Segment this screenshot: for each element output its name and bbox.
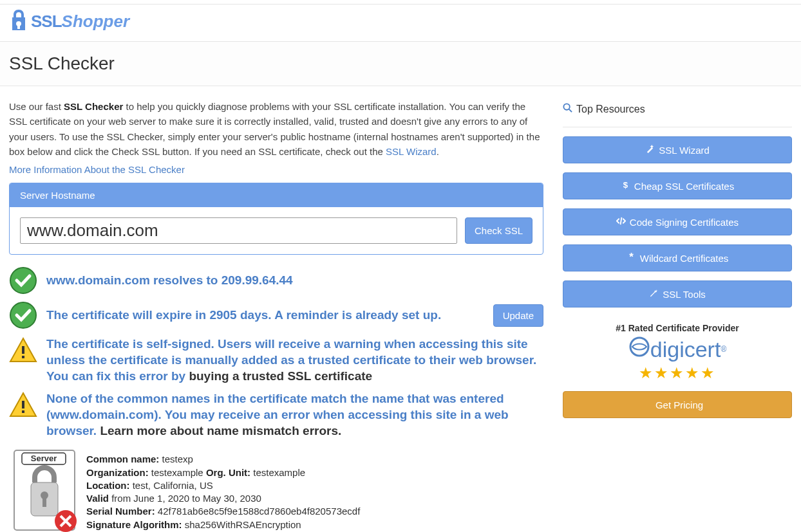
lock-icon	[9, 8, 28, 35]
result-resolves: www.domain.com resolves to 209.99.64.44	[46, 272, 543, 288]
svg-rect-3	[22, 356, 24, 358]
svg-rect-11	[42, 498, 46, 507]
server-cert-icon: Server	[9, 445, 80, 532]
asterisk-icon: *	[627, 252, 636, 264]
hostname-panel: Server Hostname Check SSL	[9, 183, 543, 255]
more-info-link[interactable]: More Information About the SSL Checker	[9, 164, 543, 175]
star-rating: ★★★★★	[563, 364, 792, 382]
titlebar: SSL Checker	[0, 42, 801, 86]
svg-point-0	[10, 268, 36, 293]
check-icon	[9, 301, 37, 329]
check-ssl-button[interactable]: Check SSL	[465, 217, 532, 244]
globe-icon	[628, 336, 650, 363]
svg-rect-5	[22, 410, 24, 413]
wand-icon	[645, 144, 655, 156]
sidebar: Top Resources SSL Wizard $ Cheap SSL Cer…	[563, 99, 792, 532]
update-button[interactable]: Update	[493, 304, 543, 327]
svg-line-14	[569, 109, 572, 112]
check-icon	[9, 266, 37, 295]
search-icon	[563, 103, 572, 115]
code-icon	[616, 216, 626, 228]
result-selfsigned: The certificate is self-signed. Users wi…	[46, 336, 543, 384]
side-btn-cheap-ssl[interactable]: $ Cheap SSL Certificates	[563, 172, 792, 199]
panel-title: Server Hostname	[10, 183, 543, 207]
result-mismatch: None of the common names in the certific…	[46, 390, 543, 439]
svg-text:$: $	[623, 180, 628, 190]
svg-text:*: *	[629, 252, 634, 262]
topbar	[0, 0, 801, 5]
intro-text: Use our fast SSL Checker to help you qui…	[9, 99, 543, 159]
digicert-logo[interactable]: digicert®	[628, 336, 726, 363]
side-btn-ssl-wizard[interactable]: SSL Wizard	[563, 136, 792, 163]
wrench-icon	[649, 288, 659, 300]
logo-link[interactable]: SSLShopper	[9, 8, 792, 35]
logo-text: SSLShopper	[31, 12, 129, 32]
get-pricing-button[interactable]: $ Get Pricing	[563, 391, 792, 418]
svg-point-13	[563, 104, 569, 109]
side-btn-ssl-tools[interactable]: SSL Tools	[563, 280, 792, 307]
svg-rect-2	[22, 346, 24, 354]
ssl-wizard-link[interactable]: SSL Wizard	[386, 146, 437, 157]
provider-block: #1 Rated Certificate Provider digicert® …	[563, 323, 792, 418]
certificate-details: Common name: testexp Organization: teste…	[86, 445, 360, 532]
side-header: Top Resources	[563, 99, 792, 127]
side-btn-wildcard[interactable]: * Wildcard Certificates	[563, 244, 792, 271]
hostname-input[interactable]	[20, 217, 457, 244]
side-btn-code-signing[interactable]: Code Signing Certificates	[563, 208, 792, 235]
results: www.domain.com resolves to 209.99.64.44 …	[9, 266, 543, 532]
warning-icon	[9, 336, 37, 364]
main-column: Use our fast SSL Checker to help you qui…	[9, 99, 543, 532]
provider-label: #1 Rated Certificate Provider	[563, 323, 792, 333]
page-title: SSL Checker	[9, 53, 792, 74]
svg-point-1	[10, 302, 36, 328]
header: SSLShopper	[0, 5, 801, 42]
svg-text:Server: Server	[31, 454, 57, 463]
dollar-icon: $	[621, 180, 630, 192]
svg-rect-4	[22, 401, 24, 408]
warning-icon	[9, 390, 37, 419]
result-expiry: The certificate will expire in 2905 days…	[46, 307, 484, 323]
certificate-block: Server Common name: testexp Organization…	[9, 445, 543, 532]
